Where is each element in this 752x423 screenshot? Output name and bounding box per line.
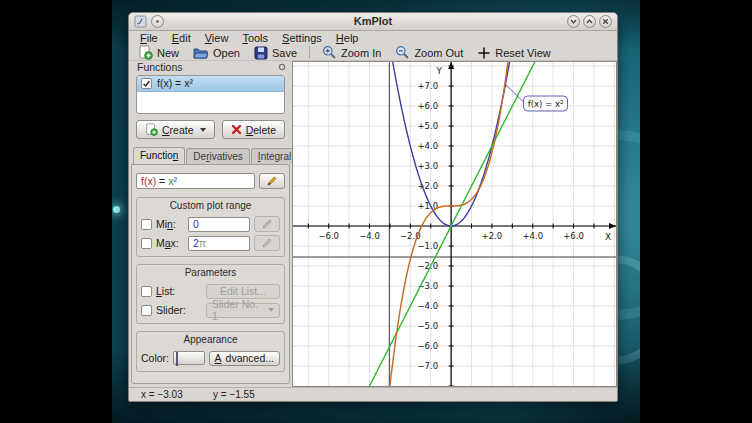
kmplot-window: KmPlot File Edit View Tools Settings Hel… bbox=[128, 12, 618, 402]
zoom-out-button[interactable]: Zoom Out bbox=[389, 45, 469, 61]
delete-label: Delete bbox=[246, 124, 276, 136]
close-button[interactable] bbox=[599, 15, 612, 28]
svg-text:−7.0: −7.0 bbox=[417, 361, 438, 371]
edit-equation-button[interactable] bbox=[259, 173, 285, 189]
menubar: File Edit View Tools Settings Help bbox=[129, 31, 617, 45]
svg-text:−2.0: −2.0 bbox=[417, 261, 438, 271]
menu-view[interactable]: View bbox=[198, 31, 236, 45]
new-button[interactable]: New bbox=[132, 45, 185, 61]
maximize-button[interactable] bbox=[583, 15, 596, 28]
svg-text:+3.0: +3.0 bbox=[417, 161, 438, 171]
svg-text:−4.0: −4.0 bbox=[417, 301, 438, 311]
menu-edit[interactable]: Edit bbox=[165, 31, 198, 45]
new-icon bbox=[138, 45, 153, 60]
appearance-group: Appearance Color: Advanced... bbox=[136, 331, 285, 372]
reset-view-button[interactable]: Reset View bbox=[471, 45, 556, 61]
pencil-icon bbox=[261, 218, 273, 230]
delete-button[interactable]: Delete bbox=[222, 120, 285, 139]
statusbar: x = −3.03 y = −1.55 bbox=[129, 387, 617, 401]
svg-text:−5.0: −5.0 bbox=[417, 321, 438, 331]
create-label: Create bbox=[162, 124, 194, 136]
edit-list-button: Edit List... bbox=[206, 284, 280, 299]
min-label: Min: bbox=[156, 218, 184, 230]
reset-view-icon bbox=[477, 46, 491, 60]
zoom-in-label: Zoom In bbox=[341, 47, 381, 59]
svg-text:+4.0: +4.0 bbox=[417, 141, 438, 151]
menu-settings[interactable]: Settings bbox=[275, 31, 329, 45]
parameters-group: Parameters List: Edit List... Slider: bbox=[136, 264, 285, 324]
function-list-item[interactable]: f(x) = x² bbox=[137, 76, 284, 92]
save-icon bbox=[254, 46, 268, 60]
svg-text:−1.0: −1.0 bbox=[417, 241, 438, 251]
cursor-x-readout: x = −3.03 bbox=[141, 389, 183, 400]
min-input[interactable]: 0 bbox=[188, 217, 250, 232]
screen: KmPlot File Edit View Tools Settings Hel… bbox=[0, 0, 752, 423]
open-icon bbox=[193, 46, 209, 60]
parameters-title: Parameters bbox=[141, 267, 280, 280]
save-button[interactable]: Save bbox=[248, 45, 303, 61]
titlebar[interactable]: KmPlot bbox=[129, 13, 617, 31]
chevron-down-icon bbox=[200, 128, 206, 132]
menu-help[interactable]: Help bbox=[329, 31, 366, 45]
max-input[interactable]: 2π bbox=[188, 236, 250, 251]
svg-text:−6.0: −6.0 bbox=[318, 231, 339, 241]
delete-icon bbox=[231, 124, 242, 135]
toolbar-separator bbox=[309, 46, 310, 59]
max-checkbox[interactable] bbox=[141, 238, 152, 249]
open-button[interactable]: Open bbox=[187, 45, 246, 61]
custom-plot-range-group: Custom plot range Min: 0 bbox=[136, 197, 285, 257]
minimize-button[interactable] bbox=[567, 15, 580, 28]
svg-text:−4.0: −4.0 bbox=[359, 231, 380, 241]
menu-tools[interactable]: Tools bbox=[235, 31, 275, 45]
equation-equals: = bbox=[156, 175, 168, 187]
list-checkbox[interactable] bbox=[141, 286, 152, 297]
custom-plot-range-title: Custom plot range bbox=[141, 200, 280, 213]
zoom-out-label: Zoom Out bbox=[414, 47, 463, 59]
toolbar: New Open Save bbox=[129, 45, 617, 61]
svg-text:+6.0: +6.0 bbox=[417, 101, 438, 111]
chevron-down-icon bbox=[268, 308, 274, 312]
advanced-button[interactable]: Advanced... bbox=[209, 351, 280, 366]
window-title: KmPlot bbox=[129, 15, 617, 27]
slider-checkbox[interactable] bbox=[141, 305, 152, 316]
cursor-y-readout: y = −1.55 bbox=[213, 389, 255, 400]
plot-area[interactable]: −6.0−4.0−2.0+2.0+4.0+6.0+7.0+6.0+5.0+4.0… bbox=[292, 61, 617, 387]
reset-view-label: Reset View bbox=[495, 47, 550, 59]
svg-text:+4.0: +4.0 bbox=[522, 231, 543, 241]
plot-canvas[interactable]: −6.0−4.0−2.0+2.0+4.0+6.0+7.0+6.0+5.0+4.0… bbox=[293, 62, 617, 386]
min-checkbox[interactable] bbox=[141, 219, 152, 230]
svg-text:X: X bbox=[605, 232, 611, 242]
svg-text:+6.0: +6.0 bbox=[563, 231, 584, 241]
dock-float-icon[interactable] bbox=[278, 63, 286, 71]
equation-input[interactable]: f(x) = x² bbox=[136, 173, 255, 189]
slider-select: Slider No. 1 bbox=[206, 303, 280, 318]
svg-text:+2.0: +2.0 bbox=[482, 231, 503, 241]
equation-function-part: f(x) bbox=[141, 175, 156, 187]
svg-text:f(x) = x²: f(x) = x² bbox=[528, 99, 564, 109]
zoom-in-button[interactable]: Zoom In bbox=[316, 45, 387, 61]
zoom-out-icon bbox=[395, 45, 410, 60]
svg-text:+7.0: +7.0 bbox=[417, 81, 438, 91]
edit-max-button bbox=[254, 235, 280, 251]
color-swatch bbox=[176, 352, 178, 366]
color-label: Color: bbox=[141, 352, 169, 364]
list-label: List: bbox=[156, 285, 190, 297]
svg-text:+5.0: +5.0 bbox=[417, 121, 438, 131]
tab-derivatives[interactable]: Derivatives bbox=[186, 148, 250, 164]
pencil-icon bbox=[266, 175, 278, 187]
menu-file[interactable]: File bbox=[133, 31, 165, 45]
function-visible-checkbox[interactable] bbox=[141, 78, 152, 89]
function-list: f(x) = x² bbox=[136, 75, 285, 114]
equation-power: ² bbox=[173, 175, 177, 187]
create-icon bbox=[145, 123, 158, 136]
create-button[interactable]: Create bbox=[136, 120, 215, 139]
save-label: Save bbox=[272, 47, 297, 59]
color-swatch-button[interactable] bbox=[173, 351, 205, 365]
function-tab-panel: f(x) = x² Custom plot range bbox=[131, 164, 290, 384]
zoom-in-icon bbox=[322, 45, 337, 60]
max-label: Max: bbox=[156, 237, 184, 249]
appearance-title: Appearance bbox=[141, 334, 280, 347]
edit-min-button bbox=[254, 216, 280, 232]
tab-function[interactable]: Function bbox=[133, 147, 185, 164]
open-label: Open bbox=[213, 47, 240, 59]
